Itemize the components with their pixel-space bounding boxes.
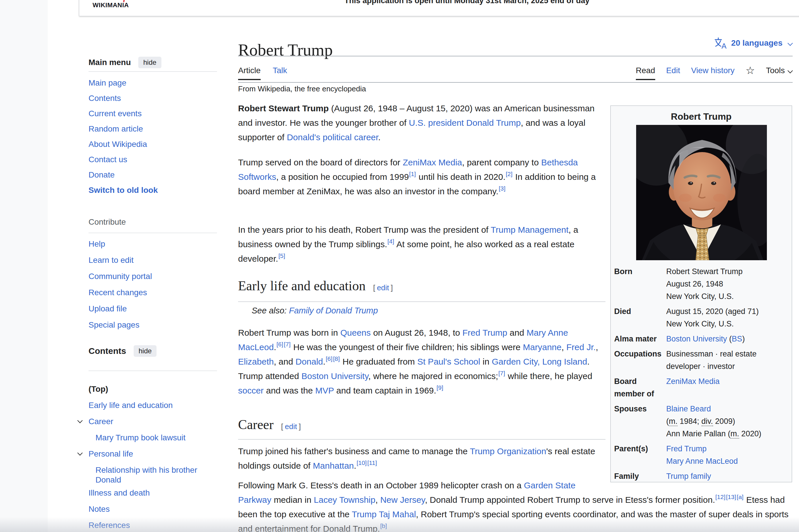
toc-item: Mary Trump book lawsuit (89, 430, 217, 446)
section-heading-early-life: Early life and education[edit] (238, 278, 606, 302)
chevron-down-icon (787, 68, 793, 73)
sidebar-item-random-article[interactable]: Random article (89, 121, 217, 136)
wiki-link[interactable]: ZeniMax Media (666, 377, 720, 386)
infobox-portrait-image[interactable] (636, 125, 767, 260)
sidebar-item-current-events[interactable]: Current events (89, 106, 217, 121)
sidebar-item-learn-to-edit[interactable]: Learn to edit (89, 252, 217, 268)
sidebar-item-main-page[interactable]: Main page (89, 75, 217, 91)
wiki-link[interactable]: Boston University (666, 335, 727, 343)
wiki-link[interactable]: Blaine Beard (666, 404, 711, 413)
toc-link--top-[interactable]: (Top) (89, 384, 108, 394)
ref-link[interactable]: [6] (326, 355, 332, 362)
ref-link[interactable]: [5] (278, 252, 285, 259)
ref-link[interactable]: [b] (380, 522, 387, 529)
sidebar-item-special-pages[interactable]: Special pages (89, 317, 217, 333)
infobox-row-label: Occupations (614, 348, 666, 373)
infobox-title: Robert Trump (611, 111, 792, 123)
wiki-link[interactable]: MVP (315, 386, 334, 395)
toc-hide-button[interactable]: hide (134, 345, 156, 357)
sidebar-item-community-portal[interactable]: Community portal (89, 268, 217, 285)
edit-section-link[interactable]: edit (283, 422, 299, 431)
wiki-link[interactable]: Fred Jr. (566, 342, 596, 352)
ref-link[interactable]: [4] (387, 238, 394, 245)
wiki-link[interactable]: Donald (295, 357, 323, 366)
sidebar-item-contents[interactable]: Contents (89, 91, 217, 106)
tools-menu-button[interactable]: Tools (766, 66, 792, 75)
ref-link[interactable]: [3] (499, 185, 505, 192)
wiki-link[interactable]: Manhattan (313, 461, 354, 470)
toc-link-references[interactable]: References (89, 520, 217, 530)
see-also-link[interactable]: Family of Donald Trump (289, 306, 378, 315)
wiki-link[interactable]: Queens (340, 328, 371, 337)
toc-link-notes[interactable]: Notes (89, 504, 217, 514)
infobox-row-value: Blaine Beard(m. 1984; div. 2009)Ann Mari… (666, 403, 789, 440)
namespace-tabs: Article Talk (238, 64, 287, 77)
wiki-link[interactable]: St Paul's School (417, 357, 480, 366)
sidebar-item-upload-file[interactable]: Upload file (89, 301, 217, 317)
career-paragraph-2: Following Mark G. Etess's death in an Oc… (238, 478, 793, 532)
wiki-link[interactable]: Trump family (666, 472, 711, 480)
toc-link-career[interactable]: Career (89, 417, 217, 426)
title-divider (238, 56, 793, 56)
toc-section-chevron-icon[interactable] (77, 450, 82, 455)
wiki-link[interactable]: Trump Organization (470, 446, 546, 456)
tab-read[interactable]: Read (636, 66, 655, 75)
wiki-link[interactable]: Elizabeth (238, 357, 274, 366)
ref-link[interactable]: [7] (284, 341, 291, 347)
wiki-link[interactable]: ZeniMax Media (403, 157, 462, 167)
infobox-row-value: August 15, 2020 (aged 71)New York City, … (666, 305, 789, 330)
wiki-link[interactable]: Trump Management (490, 225, 569, 234)
ref-link[interactable]: [10] (357, 459, 367, 466)
toc-link-illness-and-death[interactable]: Illness and death (89, 488, 217, 498)
ref-link[interactable]: [1] (409, 171, 416, 177)
contribute-list: HelpLearn to editCommunity portalRecent … (89, 236, 217, 333)
languages-button[interactable]: A 20 languages (714, 37, 792, 49)
sidebar-item-help[interactable]: Help (89, 236, 217, 252)
sidebar-item-about-wikipedia[interactable]: About Wikipedia (89, 136, 217, 152)
tab-view-history[interactable]: View history (691, 66, 735, 75)
ref-link[interactable]: [6] (277, 341, 283, 347)
infobox-row-value: Robert Stewart TrumpAugust 26, 1948New Y… (666, 265, 789, 303)
watchlist-star-icon[interactable]: ☆ (745, 65, 755, 76)
wiki-link[interactable]: Donald's political career (287, 132, 378, 142)
infobox-row-value: Businessman · real estate developer · in… (666, 348, 789, 373)
wiki-link[interactable]: U.S. president Donald Trump (409, 118, 521, 128)
wiki-link[interactable]: BS (732, 335, 742, 343)
toc-link-personal-life[interactable]: Personal life (89, 449, 217, 459)
wiki-link[interactable]: Mary Anne MacLeod (238, 328, 568, 352)
sidebar-item-donate[interactable]: Donate (89, 167, 217, 183)
ref-link[interactable]: [12] (716, 494, 726, 500)
wiki-link[interactable]: Fred Trump (462, 328, 507, 337)
sidebar-item-contact-us[interactable]: Contact us (89, 152, 217, 167)
ref-link[interactable]: [7] (498, 370, 505, 377)
toc-link-relationship-with-his-brother-donald[interactable]: Relationship with his brother Donald (95, 465, 217, 485)
ref-link[interactable]: [13] (726, 494, 736, 500)
site-tagline: From Wikipedia, the free encyclopedia (238, 84, 366, 93)
wiki-link[interactable]: Trump Taj Mahal (352, 510, 416, 519)
wiki-link[interactable]: Garden City, Long Island (492, 357, 587, 366)
wiki-link[interactable]: Boston University (301, 371, 368, 381)
infobox-row-value: Fred TrumpMary Anne MacLeod (666, 443, 789, 468)
tab-talk[interactable]: Talk (273, 66, 287, 75)
ref-link[interactable]: [9] (436, 384, 443, 391)
main-menu-hide-button[interactable]: hide (138, 57, 161, 68)
ref-link[interactable]: [8] (333, 355, 340, 362)
ref-link[interactable]: [a] (737, 494, 743, 500)
ref-link[interactable]: [2] (506, 171, 512, 177)
tab-article[interactable]: Article (238, 66, 261, 75)
wiki-link[interactable]: soccer (238, 386, 263, 395)
sidebar-item-recent-changes[interactable]: Recent changes (89, 285, 217, 301)
wiki-link[interactable]: Maryanne (523, 342, 561, 352)
wiki-link[interactable]: Fred Trump (666, 444, 707, 453)
wiki-link[interactable]: New Jersey (380, 495, 425, 505)
wiki-link[interactable]: Mary Anne MacLeod (666, 457, 738, 466)
tab-edit[interactable]: Edit (666, 66, 680, 75)
edit-bracket: ] (391, 283, 393, 292)
toc-link-mary-trump-book-lawsuit[interactable]: Mary Trump book lawsuit (95, 433, 217, 443)
edit-section-link[interactable]: edit (375, 283, 391, 292)
toc-link-early-life-and-education[interactable]: Early life and education (89, 400, 217, 410)
toc-section-chevron-icon[interactable] (77, 418, 82, 423)
wiki-link[interactable]: Lacey Township (314, 495, 375, 505)
sidebar-item-switch-to-old-look[interactable]: Switch to old look (89, 183, 217, 198)
ref-link[interactable]: [11] (367, 459, 377, 466)
